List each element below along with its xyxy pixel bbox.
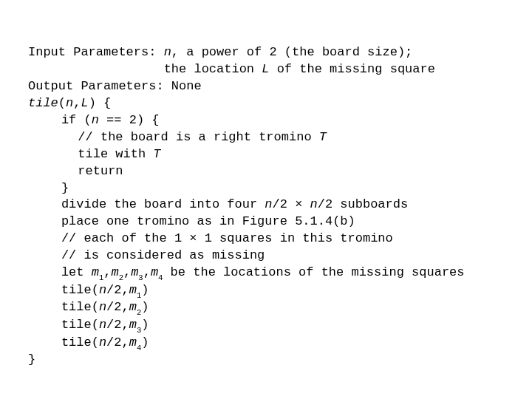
text: ) xyxy=(141,335,149,349)
text: the location xyxy=(164,62,262,76)
text: /2, xyxy=(106,300,129,314)
text: /2, xyxy=(106,318,129,332)
text: , xyxy=(103,265,111,279)
line-func-decl: tile(n,L) { xyxy=(28,95,510,112)
var-n: n xyxy=(164,45,171,59)
text: /2 subboards xyxy=(318,197,408,211)
subscript: 4 xyxy=(137,344,141,352)
text: ) xyxy=(141,300,149,314)
text: be the locations of the missing squares xyxy=(163,265,464,279)
line-if: if (n == 2) { xyxy=(28,112,510,129)
text: divide the board into four xyxy=(61,197,265,211)
text: tile( xyxy=(61,300,99,314)
text: tile( xyxy=(61,283,99,297)
text: /2 × xyxy=(273,197,310,211)
var-m: m xyxy=(129,283,137,297)
var-l: L xyxy=(262,62,269,76)
line-let: let m1,m2,m3,m4 be the locations of the … xyxy=(28,265,510,282)
subscript: 2 xyxy=(137,308,141,317)
text: place one tromino as in Figure 5.1.4(b) xyxy=(61,214,355,228)
var-l: L xyxy=(81,96,88,110)
line-close-brace-outer: } xyxy=(28,352,510,369)
subscript: 4 xyxy=(158,273,163,282)
text: of the missing square xyxy=(269,62,434,76)
text: if ( xyxy=(61,113,92,127)
text: tile with xyxy=(78,147,153,161)
line-input-params: Input Parameters: n, a power of 2 (the b… xyxy=(28,44,510,61)
line-divide: divide the board into four n/2 × n/2 sub… xyxy=(28,197,510,214)
var-t: T xyxy=(153,147,160,161)
line-comment: // the board is a right tromino T xyxy=(28,129,510,146)
text: ) xyxy=(141,318,149,332)
var-n: n xyxy=(310,197,318,211)
line-comment-2: // each of the 1 × 1 squares in this tro… xyxy=(28,231,510,248)
subscript: 2 xyxy=(119,273,123,282)
text: // each of the 1 × 1 squares in this tro… xyxy=(61,231,393,245)
text: // the board is a right tromino xyxy=(78,130,318,144)
var-m: m xyxy=(129,300,137,314)
text: , xyxy=(123,265,131,279)
var-m: m xyxy=(129,318,137,332)
line-tile-call-4: tile(n/2,m4) xyxy=(28,335,510,352)
text: ) xyxy=(141,283,149,297)
text: , xyxy=(143,265,151,279)
line-tile-call-3: tile(n/2,m3) xyxy=(28,317,510,335)
line-comment-3: // is considered as missing xyxy=(28,248,510,265)
text: /2, xyxy=(106,283,129,297)
pseudocode-block: Input Parameters: n, a power of 2 (the b… xyxy=(0,0,532,369)
text: , xyxy=(73,96,81,110)
text: tile( xyxy=(61,318,99,332)
var-t: T xyxy=(319,130,327,144)
var-n: n xyxy=(99,335,106,349)
var-m: m xyxy=(111,265,118,279)
var-m: m xyxy=(129,335,137,349)
text: return xyxy=(78,164,123,178)
var-n: n xyxy=(92,113,99,127)
line-input-params-2: the location L of the missing square xyxy=(28,61,510,78)
subscript: 3 xyxy=(138,273,143,282)
subscript: 3 xyxy=(137,326,141,335)
text: , a power of 2 (the board size); xyxy=(171,45,412,59)
text: Input Parameters: xyxy=(28,45,164,59)
text: /2, xyxy=(106,335,129,349)
text: ( xyxy=(58,96,66,110)
text: tile( xyxy=(61,335,99,349)
line-return: return xyxy=(28,163,510,180)
line-place: place one tromino as in Figure 5.1.4(b) xyxy=(28,214,510,231)
line-tile-call-2: tile(n/2,m2) xyxy=(28,299,510,317)
line-tile-call-1: tile(n/2,m1) xyxy=(28,282,510,300)
var-n: n xyxy=(99,300,106,314)
text: } xyxy=(61,181,69,195)
line-close-brace: } xyxy=(28,180,510,197)
subscript: 1 xyxy=(137,291,141,300)
text: let xyxy=(61,265,92,279)
text: ) { xyxy=(89,96,112,110)
text: == 2) { xyxy=(99,113,160,127)
var-n: n xyxy=(99,318,106,332)
text: // is considered as missing xyxy=(61,248,265,262)
var-n: n xyxy=(265,197,272,211)
func-name: tile xyxy=(28,96,58,110)
var-n: n xyxy=(66,96,73,110)
var-m: m xyxy=(92,265,99,279)
var-m: m xyxy=(151,265,158,279)
line-output-params: Output Parameters: None xyxy=(28,78,510,95)
text: Output Parameters: None xyxy=(28,79,202,93)
var-m: m xyxy=(131,265,138,279)
subscript: 1 xyxy=(99,273,103,282)
var-n: n xyxy=(99,283,106,297)
text: } xyxy=(28,352,35,366)
line-tile-with: tile with T xyxy=(28,146,510,163)
